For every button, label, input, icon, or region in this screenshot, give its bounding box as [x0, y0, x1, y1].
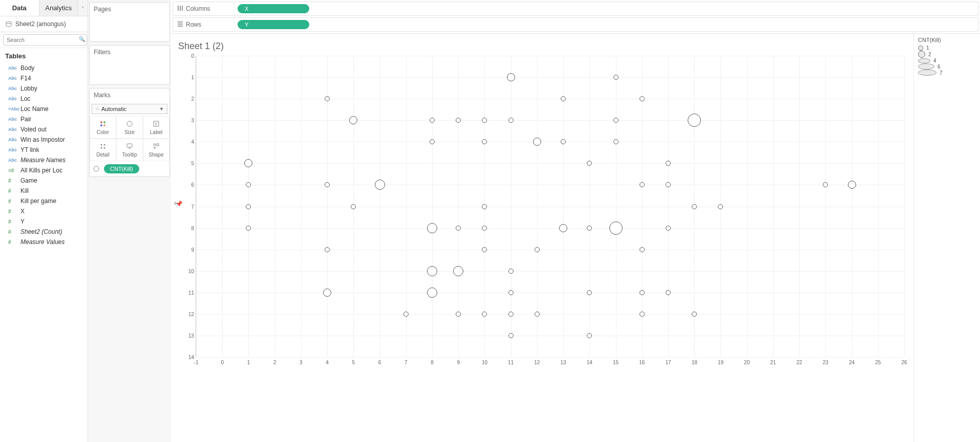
- field-item[interactable]: AbcLoc: [0, 94, 88, 104]
- data-point[interactable]: [456, 312, 461, 317]
- data-point[interactable]: [640, 247, 645, 252]
- data-point[interactable]: [482, 118, 487, 123]
- sheet-title[interactable]: Sheet 1 (2): [178, 41, 909, 52]
- data-point[interactable]: [587, 161, 592, 166]
- pages-card[interactable]: Pages: [89, 2, 170, 42]
- marks-pill-row[interactable]: CNT(Kill): [93, 164, 166, 173]
- data-point[interactable]: [508, 290, 514, 295]
- data-point[interactable]: [482, 226, 487, 231]
- mark-tooltip-button[interactable]: Tooltip: [116, 139, 143, 161]
- field-item[interactable]: AbcMeasure Names: [0, 155, 88, 165]
- field-item[interactable]: #X: [0, 206, 88, 216]
- data-point[interactable]: [244, 159, 252, 167]
- data-point[interactable]: [609, 222, 623, 235]
- data-point[interactable]: [375, 180, 385, 190]
- data-point[interactable]: [640, 290, 645, 295]
- data-point[interactable]: [692, 312, 697, 317]
- data-point[interactable]: [427, 223, 437, 233]
- field-item[interactable]: AbcLobby: [0, 83, 88, 94]
- field-item[interactable]: AbcBody: [0, 63, 88, 73]
- legend-item[interactable]: 7: [918, 70, 976, 76]
- data-point[interactable]: [246, 204, 251, 209]
- data-point[interactable]: [508, 269, 514, 274]
- data-point[interactable]: [640, 182, 645, 187]
- field-item[interactable]: #Measure Values: [0, 237, 88, 247]
- data-point[interactable]: [246, 182, 251, 187]
- data-point[interactable]: [561, 96, 566, 101]
- legend-item[interactable]: 2: [918, 51, 976, 58]
- data-point[interactable]: [427, 288, 437, 298]
- data-point[interactable]: [559, 224, 567, 232]
- field-item[interactable]: #Kill per game: [0, 196, 88, 206]
- data-point[interactable]: [508, 312, 514, 317]
- chart-area[interactable]: 📌 Y -10123456789101112131415161718192021…: [196, 56, 904, 358]
- data-point[interactable]: [325, 182, 330, 187]
- data-point[interactable]: [613, 75, 619, 80]
- data-point[interactable]: [613, 139, 619, 144]
- data-point[interactable]: [666, 290, 671, 295]
- size-legend[interactable]: CNT(Kill) 12467: [913, 34, 980, 442]
- data-point[interactable]: [351, 204, 356, 209]
- field-item[interactable]: =AbcLoc Name: [0, 104, 88, 114]
- field-item[interactable]: #Y: [0, 216, 88, 227]
- field-item[interactable]: AbcVoted out: [0, 124, 88, 135]
- rows-pill[interactable]: Y: [238, 20, 309, 29]
- legend-item[interactable]: 4: [918, 58, 976, 63]
- data-point[interactable]: [666, 161, 671, 166]
- data-point[interactable]: [482, 312, 487, 317]
- data-point[interactable]: [482, 139, 487, 144]
- data-point[interactable]: [507, 73, 515, 81]
- search-input[interactable]: [3, 34, 87, 46]
- data-point[interactable]: [587, 333, 592, 338]
- marks-type-dropdown[interactable]: ⁘ Automatic ▼: [92, 104, 167, 114]
- data-point[interactable]: [456, 226, 461, 231]
- marks-pill[interactable]: CNT(Kill): [104, 164, 139, 173]
- data-point[interactable]: [427, 266, 437, 276]
- data-point[interactable]: [535, 247, 540, 252]
- field-item[interactable]: =#All Kills per Loc: [0, 165, 88, 175]
- mark-color-button[interactable]: Color: [90, 116, 116, 139]
- data-point[interactable]: [718, 204, 723, 209]
- field-item[interactable]: AbcPair: [0, 114, 88, 124]
- columns-shelf[interactable]: Columns X: [173, 2, 978, 16]
- mark-shape-button[interactable]: Shape: [143, 139, 169, 161]
- data-point[interactable]: [482, 247, 487, 252]
- data-point[interactable]: [430, 139, 435, 144]
- field-item[interactable]: #Sheet2 (Count): [0, 227, 88, 237]
- data-point[interactable]: [587, 290, 592, 295]
- data-point[interactable]: [692, 204, 697, 209]
- data-point[interactable]: [848, 181, 856, 189]
- mark-detail-button[interactable]: Detail: [90, 139, 116, 161]
- field-item[interactable]: AbcWin as Impostor: [0, 135, 88, 145]
- data-point[interactable]: [666, 182, 671, 187]
- data-point[interactable]: [508, 118, 514, 123]
- data-point[interactable]: [323, 289, 331, 297]
- data-point[interactable]: [587, 226, 592, 231]
- data-point[interactable]: [453, 266, 463, 276]
- legend-item[interactable]: 1: [918, 45, 976, 51]
- field-item[interactable]: #Game: [0, 175, 88, 186]
- data-point[interactable]: [613, 118, 619, 123]
- data-point[interactable]: [482, 204, 487, 209]
- data-point[interactable]: [535, 312, 540, 317]
- field-item[interactable]: AbcYT link: [0, 145, 88, 155]
- data-point[interactable]: [640, 96, 645, 101]
- data-point[interactable]: [325, 96, 330, 101]
- data-point[interactable]: [688, 114, 701, 127]
- columns-pill[interactable]: X: [238, 4, 309, 13]
- data-point[interactable]: [508, 333, 514, 338]
- data-point[interactable]: [325, 247, 330, 252]
- data-point[interactable]: [640, 312, 645, 317]
- filters-card[interactable]: Filters: [89, 45, 170, 85]
- data-point[interactable]: [823, 182, 828, 187]
- mark-size-button[interactable]: Size: [116, 116, 143, 139]
- data-point[interactable]: [456, 118, 461, 123]
- data-point[interactable]: [349, 116, 357, 124]
- data-point[interactable]: [430, 118, 435, 123]
- rows-shelf[interactable]: Rows Y: [173, 17, 978, 32]
- data-point[interactable]: [666, 226, 671, 231]
- data-point[interactable]: [403, 312, 409, 317]
- datasource-row[interactable]: Sheet2 (amongus): [0, 16, 88, 32]
- data-point[interactable]: [533, 138, 541, 146]
- sidebar-collapse-icon[interactable]: ‹: [78, 0, 88, 16]
